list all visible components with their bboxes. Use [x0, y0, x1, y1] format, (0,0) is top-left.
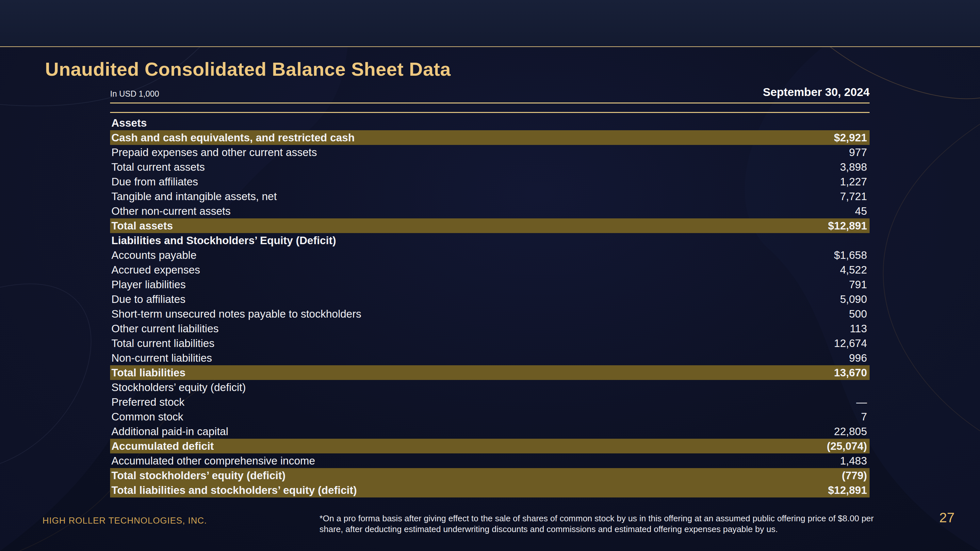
table-row: Accumulated deficit(25,074)	[110, 439, 870, 453]
table-row: Total current liabilities12,674	[110, 336, 870, 351]
row-label: Total liabilities	[111, 367, 186, 379]
row-label: Liabilities and Stockholders’ Equity (De…	[111, 234, 336, 247]
table-row: Accumulated other comprehensive income1,…	[110, 453, 870, 468]
row-value: (25,074)	[827, 440, 867, 453]
row-value: 12,674	[834, 337, 867, 349]
row-value: 3,898	[840, 161, 867, 173]
row-value: (779)	[842, 469, 867, 482]
row-value: 22,805	[834, 426, 867, 438]
row-label: Prepaid expenses and other current asset…	[111, 146, 317, 159]
top-banner	[0, 0, 980, 47]
row-value: 7,721	[840, 190, 867, 203]
row-label: Accounts payable	[111, 249, 197, 262]
units-label: In USD 1,000	[110, 89, 159, 98]
row-value: 113	[850, 322, 867, 335]
row-value: 1,227	[840, 176, 867, 188]
table-row: Assets	[110, 116, 870, 130]
table-row: Short-term unsecured notes payable to st…	[110, 306, 870, 321]
table-row: Due from affiliates1,227	[110, 174, 870, 189]
table-row: Prepaid expenses and other current asset…	[110, 145, 870, 160]
row-label: Accumulated deficit	[111, 440, 214, 453]
table-row: Other non-current assets45	[110, 204, 870, 218]
row-label: Total liabilities and stockholders’ equi…	[111, 484, 357, 497]
table-rule-gap	[110, 103, 870, 112]
row-value: 13,670	[834, 367, 867, 379]
row-label: Other current liabilities	[111, 322, 218, 335]
page-number: 27	[939, 510, 955, 526]
table-row: Cash and cash equivalents, and restricte…	[110, 130, 870, 145]
row-value: 45	[855, 205, 867, 218]
table-row: Accrued expenses4,522	[110, 262, 870, 277]
row-value: $12,891	[828, 484, 867, 497]
row-value: $12,891	[828, 220, 867, 232]
row-label: Short-term unsecured notes payable to st…	[111, 308, 361, 320]
row-value: 996	[849, 352, 867, 364]
row-value: 500	[849, 308, 867, 320]
balance-sheet-table: In USD 1,000 September 30, 2024 AssetsCa…	[110, 86, 870, 497]
row-value: $1,658	[834, 249, 867, 262]
row-label: Cash and cash equivalents, and restricte…	[111, 132, 355, 144]
row-label: Common stock	[111, 411, 183, 423]
table-row: Stockholders’ equity (deficit)	[110, 380, 870, 395]
row-label: Tangible and intangible assets, net	[111, 190, 277, 203]
company-name: HIGH ROLLER TECHNOLOGIES, INC.	[43, 516, 207, 526]
table-row: Due to affiliates5,090	[110, 292, 870, 306]
row-label: Non-current liabilities	[111, 352, 212, 364]
table-row: Common stock7	[110, 409, 870, 424]
table-row: Additional paid-in capital22,805	[110, 424, 870, 439]
table-row: Total liabilities13,670	[110, 365, 870, 380]
table-row: Total liabilities and stockholders’ equi…	[110, 483, 870, 497]
row-label: Accumulated other comprehensive income	[111, 455, 315, 467]
row-label: Total current assets	[111, 161, 205, 173]
table-row: Player liabilities791	[110, 277, 870, 292]
table-row: Total current assets3,898	[110, 160, 870, 174]
table-row: Liabilities and Stockholders’ Equity (De…	[110, 233, 870, 248]
row-label: Player liabilities	[111, 278, 186, 291]
row-value: 977	[849, 146, 867, 159]
slide: Unaudited Consolidated Balance Sheet Dat…	[0, 0, 980, 551]
row-label: Stockholders’ equity (deficit)	[111, 381, 246, 394]
table-rows: AssetsCash and cash equivalents, and res…	[110, 116, 870, 497]
row-value: $2,921	[834, 132, 867, 144]
table-row: Non-current liabilities996	[110, 351, 870, 365]
table-header: In USD 1,000 September 30, 2024	[110, 86, 870, 103]
row-label: Assets	[111, 117, 147, 129]
table-row: Total stockholders’ equity (deficit)(779…	[110, 468, 870, 483]
row-value: 5,090	[840, 293, 867, 305]
row-value: 791	[849, 278, 867, 291]
row-label: Due to affiliates	[111, 293, 186, 305]
row-label: Total stockholders’ equity (deficit)	[111, 469, 285, 482]
row-value: 4,522	[840, 264, 867, 276]
table-row: Other current liabilities113	[110, 321, 870, 336]
row-label: Accrued expenses	[111, 264, 200, 276]
table-row: Total assets$12,891	[110, 218, 870, 233]
row-label: Due from affiliates	[111, 176, 198, 188]
footnote: *On a pro forma basis after giving effec…	[320, 513, 875, 534]
row-label: Total current liabilities	[111, 337, 214, 349]
table-row: Accounts payable$1,658	[110, 248, 870, 262]
row-label: Additional paid-in capital	[111, 426, 228, 438]
row-label: Preferred stock	[111, 396, 185, 408]
date-header: September 30, 2024	[763, 86, 870, 98]
row-label: Total assets	[111, 220, 173, 232]
page-title: Unaudited Consolidated Balance Sheet Dat…	[45, 58, 451, 80]
row-value: —	[856, 396, 867, 408]
table-row: Tangible and intangible assets, net7,721	[110, 189, 870, 204]
table-row: Preferred stock—	[110, 395, 870, 409]
row-value: 7	[861, 411, 867, 423]
row-value: 1,483	[840, 455, 867, 467]
row-label: Other non-current assets	[111, 205, 231, 218]
